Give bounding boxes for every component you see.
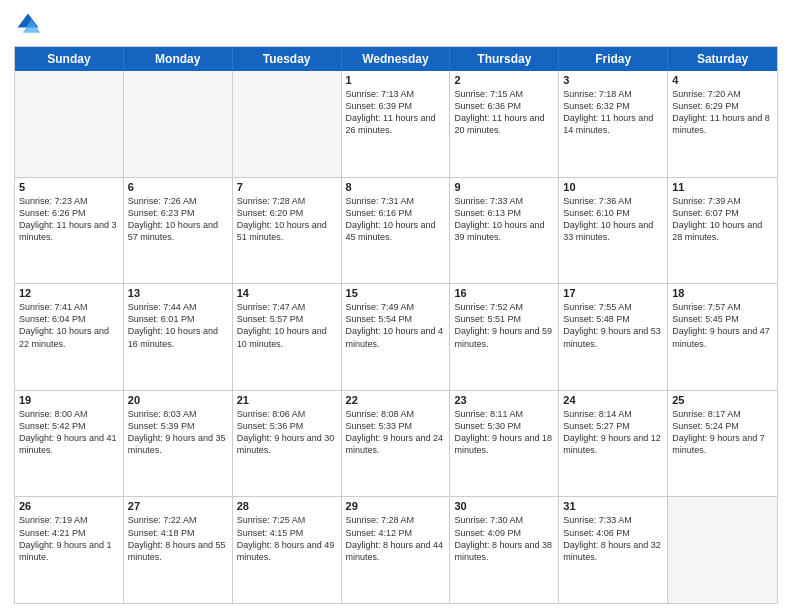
day-number: 5 <box>19 181 119 193</box>
day-number: 11 <box>672 181 773 193</box>
cell-info: Sunrise: 7:52 AM Sunset: 5:51 PM Dayligh… <box>454 301 554 350</box>
cell-info: Sunrise: 8:14 AM Sunset: 5:27 PM Dayligh… <box>563 408 663 457</box>
calendar-cell: 30Sunrise: 7:30 AM Sunset: 4:09 PM Dayli… <box>450 497 559 603</box>
cell-info: Sunrise: 7:15 AM Sunset: 6:36 PM Dayligh… <box>454 88 554 137</box>
day-number: 18 <box>672 287 773 299</box>
page-container: SundayMondayTuesdayWednesdayThursdayFrid… <box>0 0 792 612</box>
cell-info: Sunrise: 7:19 AM Sunset: 4:21 PM Dayligh… <box>19 514 119 563</box>
cell-info: Sunrise: 7:13 AM Sunset: 6:39 PM Dayligh… <box>346 88 446 137</box>
calendar-header: SundayMondayTuesdayWednesdayThursdayFrid… <box>15 47 777 71</box>
cell-info: Sunrise: 7:39 AM Sunset: 6:07 PM Dayligh… <box>672 195 773 244</box>
cell-info: Sunrise: 7:47 AM Sunset: 5:57 PM Dayligh… <box>237 301 337 350</box>
day-number: 9 <box>454 181 554 193</box>
calendar-cell <box>15 71 124 177</box>
calendar-cell: 19Sunrise: 8:00 AM Sunset: 5:42 PM Dayli… <box>15 391 124 497</box>
day-number: 27 <box>128 500 228 512</box>
cell-info: Sunrise: 8:17 AM Sunset: 5:24 PM Dayligh… <box>672 408 773 457</box>
calendar-cell: 13Sunrise: 7:44 AM Sunset: 6:01 PM Dayli… <box>124 284 233 390</box>
day-number: 29 <box>346 500 446 512</box>
logo-icon <box>14 10 42 38</box>
calendar-cell: 25Sunrise: 8:17 AM Sunset: 5:24 PM Dayli… <box>668 391 777 497</box>
calendar-cell: 21Sunrise: 8:06 AM Sunset: 5:36 PM Dayli… <box>233 391 342 497</box>
day-number: 17 <box>563 287 663 299</box>
day-number: 2 <box>454 74 554 86</box>
calendar-cell: 7Sunrise: 7:28 AM Sunset: 6:20 PM Daylig… <box>233 178 342 284</box>
cell-info: Sunrise: 7:23 AM Sunset: 6:26 PM Dayligh… <box>19 195 119 244</box>
calendar-cell: 5Sunrise: 7:23 AM Sunset: 6:26 PM Daylig… <box>15 178 124 284</box>
cell-info: Sunrise: 7:33 AM Sunset: 6:13 PM Dayligh… <box>454 195 554 244</box>
weekday-header: Sunday <box>15 47 124 71</box>
weekday-header: Thursday <box>450 47 559 71</box>
calendar-row: 12Sunrise: 7:41 AM Sunset: 6:04 PM Dayli… <box>15 283 777 390</box>
calendar-cell: 31Sunrise: 7:33 AM Sunset: 4:06 PM Dayli… <box>559 497 668 603</box>
logo <box>14 10 46 38</box>
day-number: 7 <box>237 181 337 193</box>
cell-info: Sunrise: 7:33 AM Sunset: 4:06 PM Dayligh… <box>563 514 663 563</box>
calendar-cell: 28Sunrise: 7:25 AM Sunset: 4:15 PM Dayli… <box>233 497 342 603</box>
calendar-cell: 23Sunrise: 8:11 AM Sunset: 5:30 PM Dayli… <box>450 391 559 497</box>
calendar-cell: 20Sunrise: 8:03 AM Sunset: 5:39 PM Dayli… <box>124 391 233 497</box>
cell-info: Sunrise: 7:25 AM Sunset: 4:15 PM Dayligh… <box>237 514 337 563</box>
day-number: 20 <box>128 394 228 406</box>
day-number: 13 <box>128 287 228 299</box>
cell-info: Sunrise: 7:22 AM Sunset: 4:18 PM Dayligh… <box>128 514 228 563</box>
cell-info: Sunrise: 8:08 AM Sunset: 5:33 PM Dayligh… <box>346 408 446 457</box>
calendar-cell: 12Sunrise: 7:41 AM Sunset: 6:04 PM Dayli… <box>15 284 124 390</box>
calendar-row: 1Sunrise: 7:13 AM Sunset: 6:39 PM Daylig… <box>15 71 777 177</box>
weekday-header: Tuesday <box>233 47 342 71</box>
cell-info: Sunrise: 7:20 AM Sunset: 6:29 PM Dayligh… <box>672 88 773 137</box>
calendar-row: 26Sunrise: 7:19 AM Sunset: 4:21 PM Dayli… <box>15 496 777 603</box>
day-number: 8 <box>346 181 446 193</box>
calendar-cell: 8Sunrise: 7:31 AM Sunset: 6:16 PM Daylig… <box>342 178 451 284</box>
calendar-cell: 29Sunrise: 7:28 AM Sunset: 4:12 PM Dayli… <box>342 497 451 603</box>
calendar-cell: 10Sunrise: 7:36 AM Sunset: 6:10 PM Dayli… <box>559 178 668 284</box>
calendar-cell <box>124 71 233 177</box>
calendar-cell: 2Sunrise: 7:15 AM Sunset: 6:36 PM Daylig… <box>450 71 559 177</box>
cell-info: Sunrise: 8:00 AM Sunset: 5:42 PM Dayligh… <box>19 408 119 457</box>
day-number: 16 <box>454 287 554 299</box>
day-number: 10 <box>563 181 663 193</box>
calendar-cell: 22Sunrise: 8:08 AM Sunset: 5:33 PM Dayli… <box>342 391 451 497</box>
day-number: 28 <box>237 500 337 512</box>
calendar-cell: 24Sunrise: 8:14 AM Sunset: 5:27 PM Dayli… <box>559 391 668 497</box>
day-number: 21 <box>237 394 337 406</box>
calendar-cell: 27Sunrise: 7:22 AM Sunset: 4:18 PM Dayli… <box>124 497 233 603</box>
weekday-header: Wednesday <box>342 47 451 71</box>
cell-info: Sunrise: 7:44 AM Sunset: 6:01 PM Dayligh… <box>128 301 228 350</box>
day-number: 30 <box>454 500 554 512</box>
day-number: 14 <box>237 287 337 299</box>
day-number: 26 <box>19 500 119 512</box>
calendar-cell: 11Sunrise: 7:39 AM Sunset: 6:07 PM Dayli… <box>668 178 777 284</box>
day-number: 6 <box>128 181 228 193</box>
cell-info: Sunrise: 7:41 AM Sunset: 6:04 PM Dayligh… <box>19 301 119 350</box>
cell-info: Sunrise: 8:11 AM Sunset: 5:30 PM Dayligh… <box>454 408 554 457</box>
calendar-cell: 1Sunrise: 7:13 AM Sunset: 6:39 PM Daylig… <box>342 71 451 177</box>
day-number: 31 <box>563 500 663 512</box>
calendar-cell: 26Sunrise: 7:19 AM Sunset: 4:21 PM Dayli… <box>15 497 124 603</box>
day-number: 25 <box>672 394 773 406</box>
calendar-row: 5Sunrise: 7:23 AM Sunset: 6:26 PM Daylig… <box>15 177 777 284</box>
cell-info: Sunrise: 7:49 AM Sunset: 5:54 PM Dayligh… <box>346 301 446 350</box>
cell-info: Sunrise: 7:30 AM Sunset: 4:09 PM Dayligh… <box>454 514 554 563</box>
cell-info: Sunrise: 8:03 AM Sunset: 5:39 PM Dayligh… <box>128 408 228 457</box>
cell-info: Sunrise: 7:36 AM Sunset: 6:10 PM Dayligh… <box>563 195 663 244</box>
calendar-cell: 18Sunrise: 7:57 AM Sunset: 5:45 PM Dayli… <box>668 284 777 390</box>
calendar-cell: 4Sunrise: 7:20 AM Sunset: 6:29 PM Daylig… <box>668 71 777 177</box>
calendar-row: 19Sunrise: 8:00 AM Sunset: 5:42 PM Dayli… <box>15 390 777 497</box>
cell-info: Sunrise: 7:18 AM Sunset: 6:32 PM Dayligh… <box>563 88 663 137</box>
calendar-body: 1Sunrise: 7:13 AM Sunset: 6:39 PM Daylig… <box>15 71 777 603</box>
calendar-cell: 3Sunrise: 7:18 AM Sunset: 6:32 PM Daylig… <box>559 71 668 177</box>
weekday-header: Monday <box>124 47 233 71</box>
calendar-cell: 17Sunrise: 7:55 AM Sunset: 5:48 PM Dayli… <box>559 284 668 390</box>
cell-info: Sunrise: 7:57 AM Sunset: 5:45 PM Dayligh… <box>672 301 773 350</box>
cell-info: Sunrise: 7:55 AM Sunset: 5:48 PM Dayligh… <box>563 301 663 350</box>
day-number: 19 <box>19 394 119 406</box>
day-number: 24 <box>563 394 663 406</box>
cell-info: Sunrise: 7:26 AM Sunset: 6:23 PM Dayligh… <box>128 195 228 244</box>
day-number: 23 <box>454 394 554 406</box>
calendar-cell: 15Sunrise: 7:49 AM Sunset: 5:54 PM Dayli… <box>342 284 451 390</box>
page-header <box>14 10 778 38</box>
calendar-cell: 6Sunrise: 7:26 AM Sunset: 6:23 PM Daylig… <box>124 178 233 284</box>
day-number: 15 <box>346 287 446 299</box>
day-number: 4 <box>672 74 773 86</box>
